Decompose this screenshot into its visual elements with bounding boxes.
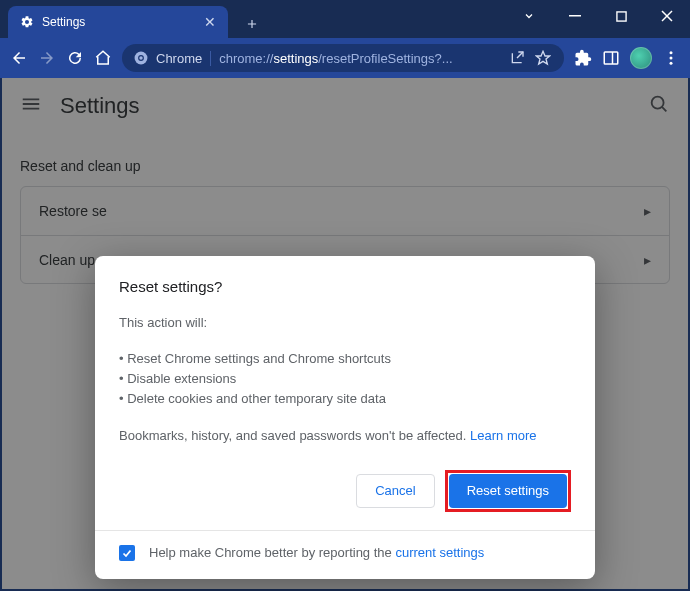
omnibox-product-label: Chrome [156, 51, 211, 66]
dialog-footer: Help make Chrome better by reporting the… [95, 530, 595, 579]
svg-point-12 [670, 62, 673, 65]
profile-avatar[interactable] [630, 47, 652, 69]
bullet: • Reset Chrome settings and Chrome short… [119, 349, 571, 369]
browser-tab-settings[interactable]: Settings ✕ [8, 6, 228, 38]
extensions-icon[interactable] [574, 49, 592, 67]
reset-settings-button[interactable]: Reset settings [449, 474, 567, 508]
minimize-button[interactable] [552, 0, 598, 32]
kebab-menu-icon[interactable] [662, 49, 680, 67]
bullet: • Disable extensions [119, 369, 571, 389]
new-tab-button[interactable] [238, 10, 266, 38]
svg-rect-8 [604, 52, 618, 64]
tab-title: Settings [42, 15, 196, 29]
back-button[interactable] [10, 49, 28, 67]
learn-more-link[interactable]: Learn more [470, 428, 536, 443]
dialog-intro: This action will: [119, 313, 571, 333]
reload-button[interactable] [66, 49, 84, 67]
omnibox-url: chrome://settings/resetProfileSettings?.… [219, 51, 500, 66]
home-button[interactable] [94, 49, 112, 67]
close-tab-icon[interactable]: ✕ [204, 14, 216, 30]
forward-button[interactable] [38, 49, 56, 67]
browser-toolbar: Chrome chrome://settings/resetProfileSet… [0, 38, 690, 78]
tab-strip: Settings ✕ [0, 0, 266, 38]
svg-point-6 [139, 56, 143, 60]
dialog-bullets: • Reset Chrome settings and Chrome short… [119, 349, 571, 409]
footer-text: Help make Chrome better by reporting the… [149, 545, 484, 560]
window-controls [506, 0, 690, 32]
share-icon[interactable] [508, 49, 526, 67]
dialog-title: Reset settings? [119, 278, 571, 295]
gear-icon [20, 15, 34, 29]
bullet: • Delete cookies and other temporary sit… [119, 389, 571, 409]
report-checkbox[interactable] [119, 545, 135, 561]
dialog-note: Bookmarks, history, and saved passwords … [119, 426, 571, 446]
dialog-buttons: Cancel Reset settings [119, 470, 571, 512]
page-content: Settings Reset and clean up Restore se ▸… [2, 78, 688, 589]
svg-marker-7 [536, 51, 549, 64]
reset-settings-dialog: Reset settings? This action will: • Rese… [95, 256, 595, 579]
current-settings-link[interactable]: current settings [395, 545, 484, 560]
window-titlebar: Settings ✕ [0, 0, 690, 38]
svg-rect-0 [569, 15, 581, 17]
sidepanel-icon[interactable] [602, 49, 620, 67]
maximize-button[interactable] [598, 0, 644, 32]
svg-point-11 [670, 57, 673, 60]
omnibox[interactable]: Chrome chrome://settings/resetProfileSet… [122, 44, 564, 72]
svg-point-10 [670, 51, 673, 54]
caret-down-icon[interactable] [506, 0, 552, 32]
dialog-body: Reset settings? This action will: • Rese… [95, 256, 595, 530]
highlight-annotation: Reset settings [445, 470, 571, 512]
close-window-button[interactable] [644, 0, 690, 32]
cancel-button[interactable]: Cancel [356, 474, 434, 508]
svg-rect-1 [616, 11, 625, 20]
bookmark-star-icon[interactable] [534, 49, 552, 67]
chrome-icon [134, 51, 148, 65]
